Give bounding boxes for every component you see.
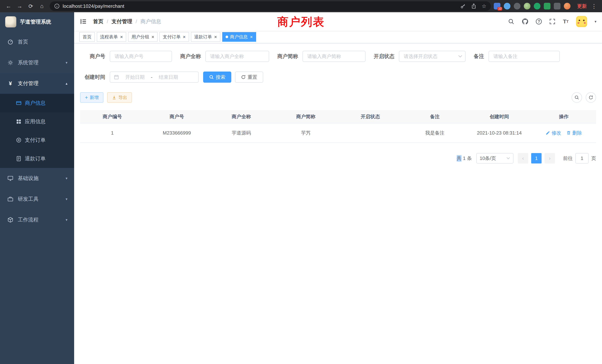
sidebar-item-infrastructure[interactable]: 基础设施 ▾ — [0, 168, 74, 189]
top-navbar: 首页 / 支付管理 / 商户信息 商户列表 ? TT — [74, 12, 602, 31]
close-icon[interactable]: × — [183, 34, 185, 39]
table-header-row: 商户编号 商户号 商户全称 商户简称 开启状态 备注 创建时间 操作 — [80, 110, 596, 123]
table-toolbar: + 新增 导出 — [80, 92, 596, 103]
sidebar-toggle-icon[interactable] — [80, 18, 87, 25]
breadcrumb-item[interactable]: 支付管理 — [112, 18, 132, 25]
sidebar-item-workflow[interactable]: 工作流程 ▾ — [0, 209, 74, 230]
home-icon[interactable]: ⌂ — [37, 2, 47, 11]
reload-icon[interactable]: ⟳ — [26, 2, 36, 11]
merchant-short-name-input[interactable] — [302, 51, 366, 62]
active-tab-dot — [226, 36, 228, 38]
breadcrumb-item[interactable]: 首页 — [93, 18, 103, 25]
font-size-icon[interactable]: TT — [563, 19, 569, 24]
sidebar-item-home[interactable]: 首页 — [0, 32, 74, 52]
edit-link[interactable]: 修改 — [546, 130, 561, 136]
site-info-icon[interactable] — [54, 3, 60, 9]
fullscreen-icon[interactable] — [549, 18, 556, 25]
sidebar-item-dev-tools[interactable]: 研发工具 ▾ — [0, 189, 74, 209]
page-size-select[interactable]: 10条/页 — [476, 153, 513, 163]
help-icon[interactable]: ? — [536, 19, 542, 24]
remark-input[interactable] — [489, 51, 560, 62]
extension-icon[interactable] — [504, 3, 510, 10]
tab-label: 退款订单 — [194, 34, 212, 40]
next-page-button[interactable]: › — [545, 153, 555, 163]
column-header: 商户简称 — [274, 113, 338, 120]
prev-page-button[interactable]: ‹ — [518, 153, 528, 163]
app-logo[interactable]: 芋道管理系统 — [0, 12, 74, 32]
extensions-area: 10 — [494, 3, 570, 10]
add-button[interactable]: + 新增 — [80, 92, 103, 103]
extension-icon[interactable] — [544, 3, 550, 10]
browser-chrome: ← → ⟳ ⌂ localhost:1024/pay/merchant ☆ 10 — [0, 0, 602, 12]
password-key-icon[interactable] — [460, 3, 466, 9]
extension-icon[interactable] — [514, 3, 520, 10]
reset-button[interactable]: 重置 — [235, 72, 263, 83]
browser-menu-icon[interactable]: ⋮ — [590, 3, 598, 10]
forward-icon[interactable]: → — [15, 2, 24, 11]
merchant-full-name-input[interactable] — [205, 51, 269, 62]
column-header: 创建时间 — [467, 113, 532, 120]
address-bar[interactable]: localhost:1024/pay/merchant ☆ — [50, 1, 491, 11]
sidebar-item-payment[interactable]: ¥ 支付管理 ▴ — [0, 73, 74, 94]
sidebar-item-refund-order[interactable]: 退款订单 — [0, 149, 74, 168]
tab-process-form[interactable]: 流程表单 × — [97, 32, 126, 42]
user-avatar[interactable] — [576, 16, 587, 27]
search-icon[interactable] — [508, 18, 514, 25]
sidebar-item-app-info[interactable]: 应用信息 — [0, 112, 74, 131]
column-header: 开启状态 — [338, 113, 403, 120]
create-time-range-picker[interactable]: 开始日期 - 结束日期 — [110, 72, 199, 83]
chevron-down-icon[interactable]: ▾ — [595, 19, 596, 24]
tab-user-group[interactable]: 用户分组 × — [128, 32, 158, 42]
extension-icon[interactable] — [554, 3, 560, 10]
cell-merchant-id: 1 — [80, 130, 145, 136]
column-header: 商户全称 — [209, 113, 274, 120]
extension-icon[interactable] — [564, 3, 570, 10]
status-select[interactable]: 请选择开启状态 — [399, 51, 466, 62]
tab-label: 用户分组 — [131, 34, 149, 40]
yen-icon: ¥ — [7, 80, 13, 86]
export-button[interactable]: 导出 — [107, 92, 132, 103]
extension-icon[interactable] — [524, 3, 530, 10]
avatar-cheeks — [578, 22, 579, 24]
close-icon[interactable]: × — [151, 34, 154, 39]
goto-suffix: 页 — [591, 155, 596, 162]
cell-remark: 我是备注 — [403, 130, 467, 136]
page-number-button[interactable]: 1 — [531, 153, 542, 163]
payment-submenu: 商户信息 应用信息 支付订单 — [0, 94, 74, 168]
goto-page-input[interactable] — [575, 153, 589, 163]
refresh-button[interactable] — [586, 92, 596, 103]
search-button[interactable]: 搜索 — [203, 72, 231, 83]
back-icon[interactable]: ← — [4, 2, 13, 11]
github-icon[interactable] — [522, 18, 528, 25]
merchant-table: 商户编号 商户号 商户全称 商户简称 开启状态 备注 创建时间 操作 1 M23… — [80, 110, 596, 143]
sidebar-item-label: 支付管理 — [18, 80, 39, 87]
sidebar-item-system[interactable]: 系统管理 ▾ — [0, 52, 74, 73]
column-header: 操作 — [532, 113, 596, 120]
browser-update-button[interactable]: 更新 — [577, 3, 587, 10]
merchant-no-input[interactable] — [110, 51, 172, 62]
extension-icon[interactable]: 10 — [494, 3, 500, 10]
url-text[interactable]: localhost:1024/pay/merchant — [63, 3, 124, 9]
filter-label: 商户简称 — [277, 53, 298, 60]
sidebar-menu: 首页 系统管理 ▾ ¥ 支付管理 ▴ 商户信息 — [0, 32, 74, 230]
selection-highlight: 共 — [457, 155, 462, 162]
delete-link[interactable]: 删除 — [566, 130, 582, 136]
column-header: 商户号 — [145, 113, 209, 120]
bookmark-star-icon[interactable]: ☆ — [482, 3, 486, 9]
tab-refund-order[interactable]: 退款订单 × — [191, 32, 220, 42]
close-icon[interactable]: × — [214, 34, 217, 39]
tab-home[interactable]: 首页 — [79, 32, 95, 42]
tabs-bar: 首页 流程表单 × 用户分组 × 支付订单 × 退款订单 × 商户信息 × — [74, 31, 602, 43]
chevron-down-icon — [506, 157, 510, 159]
close-icon[interactable]: × — [250, 34, 253, 39]
extension-icon[interactable] — [534, 3, 540, 10]
sidebar-item-pay-order[interactable]: 支付订单 — [0, 131, 74, 149]
close-icon[interactable]: × — [120, 34, 123, 39]
tab-pay-order[interactable]: 支付订单 × — [159, 32, 189, 42]
pagination: 共 1 条 10条/页 ‹ 1 › 前往 — [80, 153, 596, 163]
document-icon — [16, 156, 22, 161]
toggle-search-button[interactable] — [572, 92, 582, 103]
sidebar-item-merchant-info[interactable]: 商户信息 — [0, 94, 74, 112]
tab-merchant-info[interactable]: 商户信息 × — [222, 32, 256, 42]
share-icon[interactable] — [471, 3, 476, 9]
